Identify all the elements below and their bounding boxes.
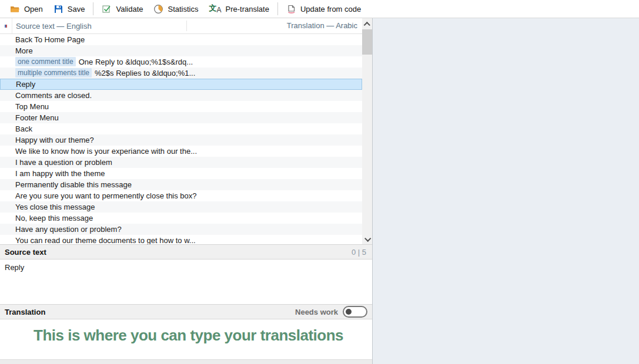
source-text-panel-header: Source text 0 | 5 bbox=[0, 244, 372, 259]
source-string-text: Comments are closed. bbox=[15, 91, 92, 100]
update-from-code-button[interactable]: Update from code bbox=[281, 2, 366, 16]
column-divider bbox=[186, 21, 187, 31]
list-item[interactable]: More bbox=[0, 45, 362, 56]
source-string-text: %2$s Replies to &ldquo;%1... bbox=[95, 69, 195, 77]
main-area: Source text — English Translation — Arab… bbox=[0, 18, 639, 364]
source-string-text: Footer Menu bbox=[15, 113, 59, 122]
toggle-knob bbox=[346, 309, 352, 315]
scrollbar-thumb[interactable] bbox=[362, 29, 372, 55]
list-item[interactable]: I have a question or problem bbox=[0, 157, 362, 168]
source-text-content: Reply bbox=[0, 259, 372, 304]
source-string-text: No, keep this message bbox=[15, 214, 93, 223]
source-string-text: Back bbox=[15, 124, 32, 133]
list-item[interactable]: multiple comments title%2$s Replies to &… bbox=[0, 68, 362, 79]
list-rows: Back To Home PageMoreone comment titleOn… bbox=[0, 34, 362, 244]
bottom-strip bbox=[0, 359, 372, 364]
save-button-label: Save bbox=[68, 5, 85, 14]
statistics-button-label: Statistics bbox=[168, 5, 198, 14]
source-string-text: Top Menu bbox=[15, 102, 49, 111]
list-item[interactable]: Back bbox=[0, 123, 362, 134]
list-item[interactable]: Happy with our theme? bbox=[0, 134, 362, 146]
list-item[interactable]: Yes close this message bbox=[0, 201, 362, 213]
validate-check-icon bbox=[102, 4, 112, 14]
translation-input[interactable]: This is where you can type your translat… bbox=[0, 319, 372, 359]
source-string-text: Reply bbox=[16, 80, 35, 89]
source-string-text: I am happy with the theme bbox=[15, 169, 105, 178]
source-string-text: I have a question or problem bbox=[15, 158, 112, 167]
pre-translate-icon: 文A bbox=[209, 4, 221, 15]
toolbar-separator bbox=[277, 2, 278, 15]
list-item[interactable]: No, keep this message bbox=[0, 213, 362, 224]
list-item[interactable]: We like to know how is your experiance w… bbox=[0, 146, 362, 157]
context-badge: one comment title bbox=[15, 57, 76, 66]
list-item[interactable]: Footer Menu bbox=[0, 112, 362, 123]
save-floppy-icon bbox=[53, 4, 63, 14]
source-string-text: Back To Home Page bbox=[15, 35, 85, 44]
update-from-code-icon bbox=[286, 4, 296, 14]
translation-panel-header: Translation Needs work bbox=[0, 304, 372, 319]
source-string-text: Are you sure you want to permenently clo… bbox=[15, 191, 197, 200]
statistics-pie-icon bbox=[153, 4, 163, 14]
context-badge: multiple comments title bbox=[15, 68, 92, 77]
statistics-button[interactable]: Statistics bbox=[148, 2, 203, 16]
source-string-text: We like to know how is your experiance w… bbox=[15, 147, 197, 156]
vertical-scrollbar[interactable] bbox=[362, 18, 372, 244]
source-string-text: More bbox=[15, 46, 33, 55]
open-button-label: Open bbox=[24, 5, 43, 14]
needs-work-label: Needs work bbox=[295, 308, 338, 316]
list-item[interactable]: I am happy with the theme bbox=[0, 168, 362, 179]
list-item[interactable]: Reply bbox=[0, 79, 362, 90]
marker-column-header bbox=[0, 18, 12, 33]
char-counter: 0 | 5 bbox=[352, 248, 367, 257]
source-string-text: One Reply to &ldquo;%1$s&rdq... bbox=[79, 58, 193, 66]
sidebar-panel bbox=[372, 18, 639, 364]
needs-work-toggle[interactable] bbox=[343, 306, 367, 318]
list-item[interactable]: Comments are closed. bbox=[0, 90, 362, 101]
toolbar: Open Save Validate Stat bbox=[0, 0, 639, 18]
validate-button-label: Validate bbox=[116, 5, 143, 14]
validate-button[interactable]: Validate bbox=[96, 2, 148, 16]
source-string-text: Yes close this message bbox=[15, 203, 95, 211]
sort-indicator-icon bbox=[5, 25, 7, 28]
translation-text: This is where you can type your translat… bbox=[34, 326, 343, 345]
open-folder-icon bbox=[10, 4, 20, 14]
list-item[interactable]: Permanently disable this message bbox=[0, 179, 362, 190]
open-button[interactable]: Open bbox=[5, 2, 48, 16]
list-item[interactable]: Top Menu bbox=[0, 101, 362, 112]
list-item[interactable]: one comment titleOne Reply to &ldquo;%1$… bbox=[0, 56, 362, 68]
chevron-up-icon bbox=[363, 22, 370, 28]
editor-pane: Source text — English Translation — Arab… bbox=[0, 18, 372, 364]
save-button[interactable]: Save bbox=[48, 2, 91, 16]
translation-title: Translation bbox=[5, 308, 45, 316]
list-item[interactable]: You can read our theme documents to get … bbox=[0, 235, 362, 244]
translation-column-header: Translation — Arabic bbox=[287, 18, 357, 33]
source-string-text: Happy with our theme? bbox=[15, 136, 94, 144]
chevron-down-icon bbox=[364, 235, 371, 241]
source-string-text: Have any question or problem? bbox=[15, 225, 122, 234]
scroll-up-button[interactable] bbox=[362, 20, 372, 29]
source-string-text: You can read our theme documents to get … bbox=[15, 236, 196, 244]
source-text-title: Source text bbox=[5, 248, 46, 257]
list-item[interactable]: Back To Home Page bbox=[0, 34, 362, 45]
string-list: Source text — English Translation — Arab… bbox=[0, 18, 372, 244]
update-from-code-button-label: Update from code bbox=[300, 5, 361, 14]
pre-translate-button[interactable]: 文A Pre-translate bbox=[203, 2, 274, 16]
source-string-text: Permanently disable this message bbox=[15, 180, 132, 189]
list-item[interactable]: Are you sure you want to permenently clo… bbox=[0, 190, 362, 201]
list-header: Source text — English Translation — Arab… bbox=[0, 18, 372, 34]
scroll-down-button[interactable] bbox=[362, 234, 372, 243]
toolbar-separator bbox=[93, 2, 93, 15]
list-item[interactable]: Have any question or problem? bbox=[0, 224, 362, 235]
pre-translate-button-label: Pre-translate bbox=[226, 5, 269, 14]
